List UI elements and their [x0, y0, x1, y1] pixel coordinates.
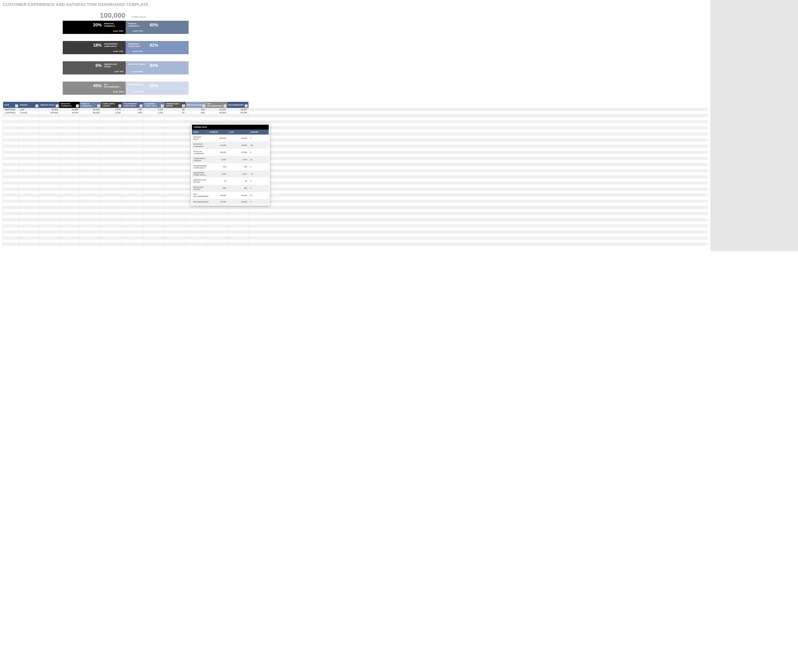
cell-empty[interactable] [39, 172, 59, 175]
cell-empty[interactable] [122, 197, 143, 200]
cell-empty[interactable] [227, 237, 248, 240]
cell[interactable]: Current [19, 111, 39, 114]
cell-empty[interactable] [206, 221, 227, 224]
cell-empty[interactable] [165, 187, 186, 190]
cell-empty[interactable] [59, 175, 80, 178]
table-row-empty[interactable] [3, 175, 708, 178]
cell-empty[interactable] [3, 184, 19, 187]
cell-empty[interactable] [165, 136, 186, 139]
cell-empty[interactable] [143, 234, 165, 237]
column-header-recommended[interactable]: RECOMMENDED▾ [227, 102, 248, 108]
cell-empty[interactable] [143, 237, 165, 240]
filter-dropdown-icon[interactable]: ▾ [161, 104, 164, 107]
cell-empty[interactable] [122, 227, 143, 230]
cell-empty[interactable] [3, 234, 19, 237]
cell-empty[interactable] [101, 154, 122, 157]
cell-empty[interactable] [39, 218, 59, 221]
cell-empty[interactable] [39, 221, 59, 224]
table-row-empty[interactable] [3, 178, 708, 181]
cell-empty[interactable] [227, 114, 248, 117]
cell-empty[interactable] [80, 142, 101, 145]
cell-empty[interactable] [143, 175, 165, 178]
cell-empty[interactable] [186, 221, 206, 224]
cell-empty[interactable] [39, 114, 59, 117]
cell-empty[interactable] [143, 224, 165, 227]
cell-empty[interactable] [39, 142, 59, 145]
cell-empty[interactable] [101, 133, 122, 136]
cell-empty[interactable] [186, 215, 206, 218]
cell-empty[interactable] [122, 133, 143, 136]
cell-empty[interactable] [3, 142, 19, 145]
cell-empty[interactable] [165, 139, 186, 142]
table-row-empty[interactable] [3, 218, 708, 221]
cell-empty[interactable] [186, 240, 206, 243]
cell-empty[interactable] [39, 160, 59, 163]
cell-empty[interactable] [101, 142, 122, 145]
cell-empty[interactable] [165, 243, 186, 246]
cell-empty[interactable] [80, 197, 101, 200]
cell-empty[interactable] [206, 206, 227, 209]
cell-empty[interactable] [59, 234, 80, 237]
cell-empty[interactable] [3, 224, 19, 227]
column-header-unanswered-complaints[interactable]: UNANSWERED COMPLAINTS▾ [122, 102, 143, 108]
cell-empty[interactable] [80, 178, 101, 181]
cell-empty[interactable] [80, 194, 101, 197]
filter-dropdown-icon[interactable]: ▾ [15, 104, 18, 107]
cell-empty[interactable] [101, 234, 122, 237]
cell-empty[interactable] [101, 130, 122, 133]
cell-empty[interactable] [59, 187, 80, 190]
cell-empty[interactable] [122, 151, 143, 154]
cell-empty[interactable] [59, 224, 80, 227]
cell-empty[interactable] [165, 246, 186, 249]
cell-empty[interactable] [165, 234, 186, 237]
cell-empty[interactable] [165, 172, 186, 175]
cell-empty[interactable] [19, 120, 39, 123]
table-row-empty[interactable] [3, 160, 708, 163]
cell-empty[interactable] [101, 184, 122, 187]
cell-empty[interactable] [186, 243, 206, 246]
cell-empty[interactable] [19, 151, 39, 154]
cell-empty[interactable] [101, 187, 122, 190]
cell-empty[interactable] [101, 145, 122, 148]
cell-empty[interactable] [3, 187, 19, 190]
cell-empty[interactable] [101, 194, 122, 197]
cell-empty[interactable] [59, 145, 80, 148]
cell-empty[interactable] [165, 160, 186, 163]
cell-empty[interactable] [206, 237, 227, 240]
cell-empty[interactable] [165, 123, 186, 126]
cell-empty[interactable] [227, 212, 248, 215]
cell-empty[interactable] [143, 154, 165, 157]
table-row-empty[interactable] [3, 151, 708, 154]
cell-empty[interactable] [143, 227, 165, 230]
cell-empty[interactable] [39, 123, 59, 126]
cell-empty[interactable] [122, 160, 143, 163]
cell-empty[interactable] [122, 126, 143, 130]
cell-empty[interactable] [101, 200, 122, 203]
cell-empty[interactable] [39, 139, 59, 142]
cell-empty[interactable] [122, 130, 143, 133]
cell-empty[interactable] [101, 120, 122, 123]
table-row-empty[interactable] [3, 154, 708, 157]
cell[interactable]: 100,000 [39, 111, 59, 114]
cell-empty[interactable] [122, 114, 143, 117]
table-row[interactable]: 12/07/2021Current100,00020,00080,0005,20… [3, 111, 708, 114]
cell-empty[interactable] [19, 133, 39, 136]
cell-empty[interactable] [101, 181, 122, 184]
cell-empty[interactable] [3, 136, 19, 139]
cell-empty[interactable] [39, 163, 59, 166]
cell-empty[interactable] [59, 194, 80, 197]
cell-empty[interactable] [186, 212, 206, 215]
cell-empty[interactable] [165, 145, 186, 148]
cell-empty[interactable] [101, 240, 122, 243]
cell-empty[interactable] [39, 187, 59, 190]
cell-empty[interactable] [206, 234, 227, 237]
cell-empty[interactable] [80, 246, 101, 249]
cell-empty[interactable] [206, 120, 227, 123]
cell-empty[interactable] [3, 163, 19, 166]
cell-empty[interactable] [3, 246, 19, 249]
table-row-empty[interactable] [3, 197, 708, 200]
cell-empty[interactable] [206, 227, 227, 230]
cell-empty[interactable] [59, 151, 80, 154]
cell-empty[interactable] [186, 246, 206, 249]
cell-empty[interactable] [59, 184, 80, 187]
